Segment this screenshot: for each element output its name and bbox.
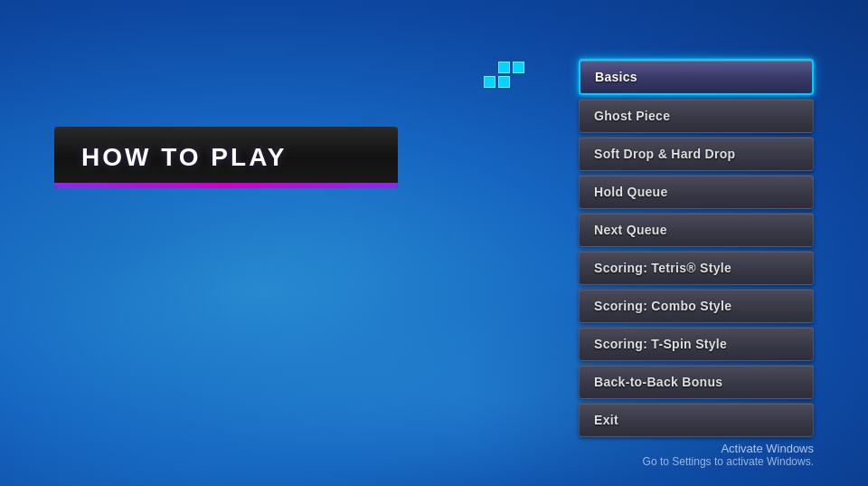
menu-item-next-queue[interactable]: Next Queue [579,213,814,247]
menu-item-exit[interactable]: Exit [579,403,814,437]
menu-container: Basics Ghost Piece Soft Drop & Hard Drop… [579,59,814,437]
title-bar: HOW TO PLAY [54,127,398,188]
tetris-icon [484,62,524,88]
menu-item-scoring-tspin[interactable]: Scoring: T-Spin Style [579,327,814,361]
activate-title: Activate Windows [643,442,814,455]
title-container: HOW TO PLAY [54,127,398,188]
content: HOW TO PLAY Basics Ghost Piece Soft Drop… [0,0,868,486]
menu-item-basics[interactable]: Basics [579,59,814,95]
activate-watermark: Activate Windows Go to Settings to activ… [643,442,814,468]
menu-item-ghost-piece[interactable]: Ghost Piece [579,99,814,133]
menu-item-back-to-back[interactable]: Back-to-Back Bonus [579,365,814,399]
page-title: HOW TO PLAY [81,143,287,171]
activate-description: Go to Settings to activate Windows. [643,455,814,468]
menu-item-soft-hard-drop[interactable]: Soft Drop & Hard Drop [579,137,814,171]
menu-item-hold-queue[interactable]: Hold Queue [579,175,814,209]
menu-item-scoring-tetris[interactable]: Scoring: Tetris® Style [579,251,814,285]
menu-item-scoring-combo[interactable]: Scoring: Combo Style [579,289,814,323]
